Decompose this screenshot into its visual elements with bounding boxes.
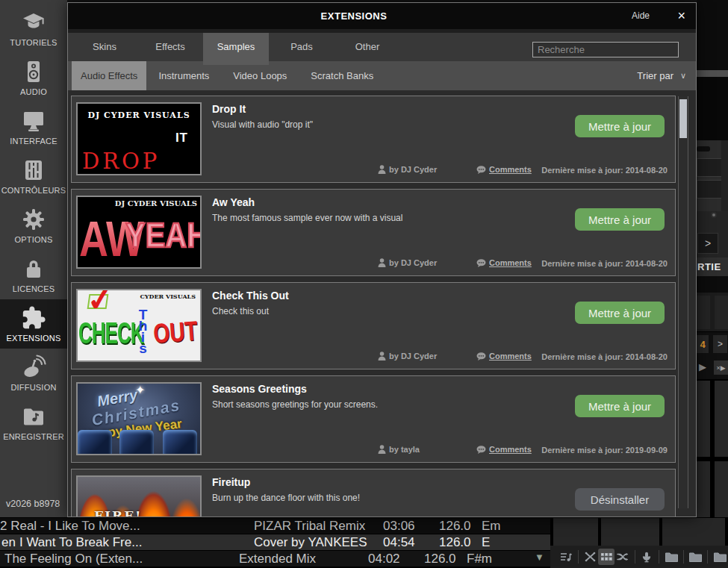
comments-link[interactable]: Comments <box>476 352 532 361</box>
user-icon <box>378 165 386 174</box>
sidebar-item-label: AUDIO <box>20 87 47 96</box>
folder-icon[interactable] <box>688 549 704 565</box>
update-button[interactable]: Mettre à jour <box>575 208 665 231</box>
sidebar-item-licences[interactable]: LICENCES <box>0 250 67 299</box>
sort-by-dropdown[interactable]: Trier par <box>637 61 673 90</box>
pad-cell[interactable] <box>715 296 728 329</box>
extension-title: Seasons Greetings <box>212 383 307 395</box>
deck-area <box>697 0 728 70</box>
author-label: by DJ Cyder <box>389 258 437 267</box>
shuffle-icon[interactable] <box>615 549 631 565</box>
tab-effects[interactable]: Effects <box>137 33 203 61</box>
playlist-row[interactable]: The Feeling On (Exten... Extended Mix 04… <box>0 551 550 567</box>
sortie-button[interactable]: RTIE <box>697 258 728 276</box>
pad-button[interactable] <box>697 461 710 518</box>
sidebar-item-options[interactable]: OPTIONS <box>0 201 67 250</box>
close-icon[interactable]: × <box>677 3 685 29</box>
playlist-track-title: The Feeling On (Exten... <box>4 552 239 567</box>
scrollbar-thumb[interactable] <box>679 99 687 138</box>
automix-icon[interactable] <box>582 549 599 565</box>
queue-list-icon[interactable] <box>558 549 574 565</box>
help-link[interactable]: Aide <box>632 3 650 29</box>
extension-title: Aw Yeah <box>212 196 255 208</box>
folder-icon[interactable] <box>663 549 679 565</box>
tab-other[interactable]: Other <box>335 33 400 61</box>
sidebar-item-controleurs[interactable]: CONTRÔLEURS <box>0 152 67 201</box>
update-button[interactable]: Mettre à jour <box>575 395 665 417</box>
comments-link[interactable]: Comments <box>476 445 532 454</box>
next-button[interactable]: > <box>697 233 718 254</box>
extension-thumbnail: FIRE! <box>76 475 202 516</box>
sidebar-item-diffusion[interactable]: DIFFUSION <box>0 349 67 398</box>
chevron-down-icon[interactable]: ∨ <box>680 61 686 90</box>
broadcast-icon <box>21 355 46 380</box>
lock-icon <box>21 256 46 281</box>
toolbar-divider <box>707 550 708 564</box>
subtab-scratch-banks[interactable]: Scratch Banks <box>299 61 385 90</box>
sidebar-item-tutoriels[interactable]: TUTORIELS <box>0 4 67 53</box>
playlist-row[interactable]: 2 Real - I Like To Move... PIZAR Tribal … <box>0 518 550 534</box>
sidebar-item-interface[interactable]: INTERFACE <box>0 102 67 152</box>
extension-author: by DJ Cyder <box>378 165 437 174</box>
list-scrollbar[interactable] <box>678 96 688 508</box>
deck-right-panel: > RTIE 4 > ▶ ×▶ <box>697 0 728 518</box>
pad-page-number[interactable]: 4 <box>697 335 709 353</box>
skip-icon[interactable]: ×▶ <box>714 361 728 375</box>
playlist-bpm: 126.0 <box>439 535 482 550</box>
sidebar-item-enregistrer[interactable]: ENREGISTRER <box>0 398 67 447</box>
toolbar-divider <box>635 550 635 564</box>
update-button[interactable]: Mettre à jour <box>575 115 665 137</box>
update-button[interactable]: Mettre à jour <box>575 302 665 324</box>
sampler-pad[interactable] <box>553 518 598 546</box>
microphone-icon[interactable] <box>639 549 656 565</box>
extension-card: CYDER VISUALS ✓ CHECK This OUT Check Thi… <box>71 282 676 369</box>
pad-cell[interactable] <box>697 296 710 329</box>
thumb-text: YEAH! <box>125 216 202 255</box>
user-icon <box>378 352 386 361</box>
playlist-dropdown-icon[interactable]: ▼ <box>535 552 544 563</box>
comments-label: Comments <box>489 352 532 361</box>
checkmark-icon: ✓ <box>84 289 116 319</box>
playlist-row[interactable]: en I Want To Break Fre... Cover by YANKE… <box>0 534 550 550</box>
playlist-remix: Cover by YANKEES <box>254 535 383 550</box>
search-input[interactable] <box>532 42 679 57</box>
pads-header-panel <box>697 293 728 332</box>
pad-button[interactable] <box>697 381 710 457</box>
extension-description: Short seasons greetings for your screens… <box>212 399 378 410</box>
grid-view-icon[interactable] <box>598 549 615 565</box>
sampler-pad[interactable] <box>662 518 725 546</box>
mixer-panel <box>697 140 728 211</box>
comments-link[interactable]: Comments <box>476 258 532 267</box>
sidebar-item-audio[interactable]: AUDIO <box>0 53 67 102</box>
thumb-text: This <box>134 307 151 352</box>
panel-gap <box>697 276 728 293</box>
extension-author: by DJ Cyder <box>378 258 437 267</box>
volume-knob[interactable] <box>711 212 717 218</box>
sidebar-item-label: INTERFACE <box>10 137 57 146</box>
tab-skins[interactable]: Skins <box>72 33 137 61</box>
play-icon[interactable]: ▶ <box>699 361 706 372</box>
last-updated: Dernière mise à jour: 2019-09-09 <box>541 446 668 455</box>
sidebar-item-extensions[interactable]: EXTENSIONS <box>0 299 67 349</box>
thumb-text: DROP <box>82 149 160 174</box>
subtab-instruments[interactable]: Instruments <box>146 61 221 90</box>
dialog-titlebar: EXTENSIONS Aide × <box>68 3 696 29</box>
author-label: by tayla <box>389 445 420 454</box>
playlist-key: E <box>482 535 550 550</box>
panel-divider <box>697 70 728 77</box>
comments-link[interactable]: Comments <box>476 165 532 174</box>
pad-button[interactable] <box>715 381 728 457</box>
subtab-video-loops[interactable]: Video Loops <box>221 61 299 90</box>
app-root: TUTORIELS AUDIO INTERFACE CONTRÔLEURS OP… <box>0 0 728 568</box>
pad-button[interactable] <box>715 461 728 518</box>
sampler-pad[interactable] <box>601 518 659 546</box>
playlist-track-title: 2 Real - I Like To Move... <box>0 519 254 534</box>
playlist-remix: Extended Mix <box>239 552 368 567</box>
folder-icon[interactable] <box>712 549 728 565</box>
uninstall-button[interactable]: Désinstaller <box>575 488 665 511</box>
pad-page-next-button[interactable]: > <box>713 335 727 353</box>
extension-description: Check this out <box>212 306 269 316</box>
subtab-audio-effects[interactable]: Audio Effects <box>72 61 146 90</box>
tab-pads[interactable]: Pads <box>269 33 335 61</box>
tab-samples[interactable]: Samples <box>203 33 269 65</box>
